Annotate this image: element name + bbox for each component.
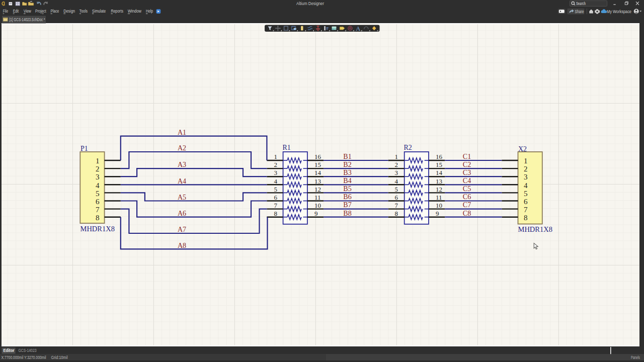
- svg-text:3: 3: [96, 173, 100, 181]
- svg-text:6: 6: [96, 198, 100, 206]
- svg-text:4: 4: [395, 177, 398, 185]
- svg-text:A4: A4: [178, 177, 186, 185]
- svg-text:A3: A3: [178, 161, 186, 168]
- svg-text:1: 1: [524, 157, 528, 165]
- svg-text:13: 13: [314, 177, 321, 185]
- svg-text:10: 10: [314, 202, 321, 209]
- svg-text:[1] GCS-14023.SchDoc *: [1] GCS-14023.SchDoc *: [10, 18, 46, 22]
- svg-text:7: 7: [96, 206, 100, 214]
- svg-text:P1: P1: [80, 145, 88, 152]
- svg-text:A1: A1: [178, 129, 186, 136]
- svg-text:Project: Project: [35, 9, 46, 14]
- svg-text:10: 10: [436, 202, 442, 209]
- svg-text:6: 6: [524, 198, 528, 206]
- svg-text:C7: C7: [463, 201, 471, 209]
- svg-text:My Workspace: My Workspace: [607, 9, 631, 14]
- svg-text:1: 1: [96, 157, 100, 165]
- svg-text:6: 6: [395, 194, 398, 201]
- svg-text:1: 1: [395, 153, 398, 160]
- svg-text:14: 14: [314, 169, 321, 176]
- svg-text:Edit: Edit: [13, 9, 19, 14]
- svg-text:R1: R1: [283, 144, 291, 151]
- svg-text:View: View: [24, 9, 31, 14]
- svg-text:9: 9: [314, 210, 318, 217]
- svg-text:15: 15: [314, 161, 321, 168]
- svg-text:Altium Designer: Altium Designer: [296, 2, 324, 6]
- svg-text:R2: R2: [404, 144, 412, 151]
- svg-text:Tools: Tools: [79, 9, 88, 14]
- svg-text:Share: Share: [575, 9, 584, 14]
- svg-text:7: 7: [395, 202, 398, 209]
- svg-text:11: 11: [436, 194, 442, 201]
- svg-text:C8: C8: [463, 210, 471, 217]
- svg-text:1: 1: [274, 153, 278, 160]
- svg-text:3: 3: [274, 169, 278, 176]
- svg-text:11: 11: [314, 194, 321, 201]
- svg-text:8: 8: [524, 214, 528, 222]
- svg-text:7: 7: [274, 202, 278, 209]
- svg-text:A: A: [356, 25, 360, 32]
- svg-text:3: 3: [395, 169, 398, 176]
- svg-text:C2: C2: [463, 161, 471, 168]
- svg-text:MHDR1X8: MHDR1X8: [80, 225, 115, 233]
- svg-text:14: 14: [436, 169, 443, 176]
- svg-text:B6: B6: [343, 193, 351, 201]
- svg-text:4: 4: [274, 177, 278, 185]
- svg-text:7: 7: [524, 206, 528, 214]
- svg-text:2: 2: [274, 161, 278, 168]
- svg-text:File: File: [3, 9, 9, 14]
- svg-text:B8: B8: [343, 210, 351, 217]
- svg-text:12: 12: [314, 186, 321, 193]
- svg-text:Search: Search: [576, 2, 586, 6]
- svg-text:A5: A5: [178, 194, 186, 201]
- svg-text:C6: C6: [463, 193, 471, 201]
- svg-text:C1: C1: [463, 153, 471, 160]
- svg-text:4: 4: [96, 182, 100, 190]
- svg-text:C5: C5: [463, 185, 471, 193]
- svg-text:B7: B7: [343, 201, 351, 209]
- svg-text:MHDR1X8: MHDR1X8: [518, 225, 552, 233]
- svg-text:5: 5: [274, 186, 278, 193]
- svg-text:8: 8: [274, 210, 278, 217]
- svg-text:16: 16: [436, 153, 443, 160]
- svg-text:Help: Help: [146, 9, 153, 14]
- svg-text:Reports: Reports: [111, 9, 123, 14]
- svg-text:8: 8: [96, 214, 100, 222]
- svg-text:Design: Design: [63, 9, 75, 14]
- svg-text:13: 13: [436, 177, 442, 185]
- svg-text:2: 2: [96, 165, 100, 173]
- svg-text:B2: B2: [343, 161, 351, 168]
- svg-text:A2: A2: [178, 144, 186, 152]
- svg-text:A8: A8: [178, 242, 186, 249]
- svg-text:Window: Window: [128, 9, 141, 14]
- svg-text:2: 2: [524, 165, 528, 173]
- svg-text:GCS-14023: GCS-14023: [19, 348, 37, 353]
- svg-text:5: 5: [96, 190, 100, 198]
- svg-text:5: 5: [395, 186, 398, 193]
- svg-text:Panels: Panels: [631, 355, 640, 360]
- svg-text:Simulate: Simulate: [92, 9, 106, 14]
- svg-text:C4: C4: [463, 177, 471, 185]
- svg-text:Grid:10mil: Grid:10mil: [51, 355, 68, 360]
- svg-text:C3: C3: [463, 169, 471, 176]
- svg-text:A7: A7: [178, 226, 186, 233]
- svg-text:X2: X2: [518, 145, 527, 153]
- svg-text:B1: B1: [343, 153, 351, 160]
- svg-text:3: 3: [524, 173, 528, 181]
- svg-text:A6: A6: [178, 210, 186, 217]
- svg-text:B4: B4: [343, 177, 351, 185]
- svg-text:15: 15: [436, 161, 442, 168]
- svg-text:5: 5: [524, 190, 528, 198]
- svg-text:Place: Place: [51, 9, 59, 14]
- svg-text:16: 16: [314, 153, 321, 160]
- svg-text:12: 12: [436, 186, 442, 193]
- svg-text:4: 4: [524, 182, 528, 190]
- svg-text:Editor: Editor: [4, 348, 15, 353]
- svg-text:6: 6: [274, 194, 278, 201]
- svg-text:X:7700.000mil Y:3270.000mil: X:7700.000mil Y:3270.000mil: [2, 355, 46, 360]
- svg-text:B5: B5: [343, 185, 351, 193]
- svg-text:8: 8: [395, 210, 398, 217]
- svg-text:2: 2: [395, 161, 398, 168]
- svg-text:B3: B3: [343, 169, 351, 176]
- svg-text:9: 9: [436, 210, 439, 217]
